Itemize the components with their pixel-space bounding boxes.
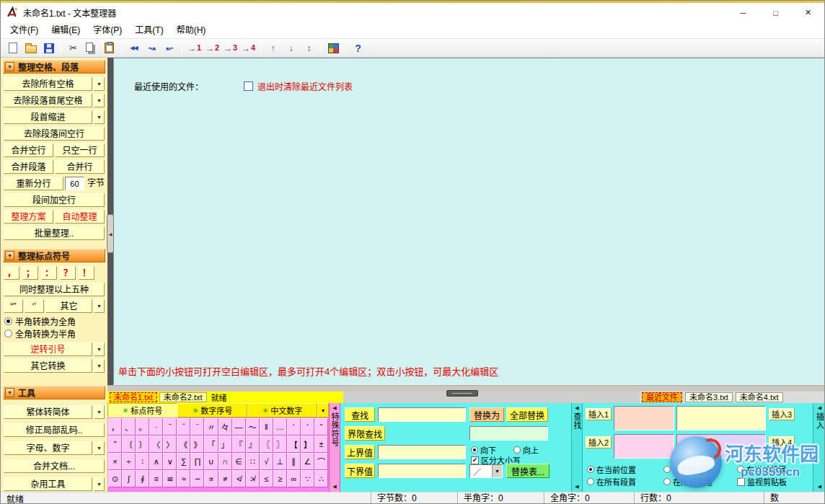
paste-button[interactable] xyxy=(100,40,118,56)
insert-at-current-paragraph-start-radio[interactable] xyxy=(663,466,671,473)
symbol-button[interactable]: ∩ xyxy=(219,453,232,470)
symbol-button[interactable]: ” xyxy=(108,436,122,453)
symbol-button[interactable]: 々 xyxy=(219,418,232,436)
symbol-button[interactable]: ¨ xyxy=(190,418,204,436)
symbol-button[interactable]: 〕 xyxy=(136,436,149,453)
insert-at-current-paragraph-end-option[interactable]: 在当前段尾 xyxy=(737,464,786,475)
symbol-button[interactable]: 》 xyxy=(190,436,204,453)
replace-button[interactable]: 替换为 xyxy=(469,407,504,422)
symbol-button[interactable]: 。 xyxy=(136,418,149,436)
symbol-button[interactable]: ∠ xyxy=(301,453,314,470)
symbol-button[interactable]: ∽ xyxy=(190,470,204,487)
upper-bound-button[interactable]: 上界值 xyxy=(345,445,375,459)
rewrap-button[interactable]: ↝ xyxy=(143,40,161,56)
watch-clipboard-checkbox[interactable] xyxy=(737,478,745,486)
letters-numbers-button[interactable]: 字母、数字 xyxy=(4,441,92,455)
format-scheme-button[interactable]: 整理方案 xyxy=(4,210,53,224)
symbol-button[interactable]: 〗 xyxy=(273,436,287,453)
symbol-button[interactable]: ˇ xyxy=(177,418,190,436)
insert-at-all-paragraph-starts-option[interactable]: 在所有段首 xyxy=(587,476,636,487)
symbol-button[interactable]: “ xyxy=(314,418,328,436)
direction-down-radio[interactable] xyxy=(471,446,478,454)
open-file-button[interactable] xyxy=(22,40,40,56)
separator-select[interactable]: ／ xyxy=(469,464,503,478)
symbol-button[interactable]: ⌒ xyxy=(314,453,328,470)
symbol-button[interactable]: ‖ xyxy=(260,418,273,436)
symbol-button[interactable]: ∏ xyxy=(190,453,204,470)
merge-blank-lines-button[interactable]: 合并空行 xyxy=(4,143,53,157)
batch-format-button[interactable]: 批量整理.. xyxy=(4,226,105,240)
help-button[interactable]: ? xyxy=(349,40,367,56)
bytes-per-line-input[interactable] xyxy=(65,177,84,190)
insert-at-current-paragraph-start-option[interactable]: 在当前段首 xyxy=(663,464,712,475)
full-to-half-width-label[interactable]: 全角转换为半角 xyxy=(15,327,76,340)
fix-garbled-text-button[interactable]: 修正局部乱码.. xyxy=(4,423,105,437)
cut-button[interactable]: ✂ xyxy=(64,40,82,56)
symbol-button[interactable]: ± xyxy=(314,436,328,453)
symbol-button[interactable]: ∫ xyxy=(122,470,136,487)
other-conversion-button[interactable]: 其它转换 xyxy=(4,359,92,373)
tab-untitled-1[interactable]: 未命名1.txt xyxy=(110,392,157,402)
dropdown-icon[interactable] xyxy=(492,465,502,477)
other-conversion-dropdown[interactable] xyxy=(94,359,105,373)
save-button[interactable] xyxy=(40,40,58,56)
symbol-button[interactable]: ∧ xyxy=(149,453,163,470)
tab-number-ordinals[interactable]: 数字序号 xyxy=(177,403,247,417)
replace-input[interactable] xyxy=(469,426,548,441)
letters-numbers-dropdown[interactable] xyxy=(94,441,105,455)
find-input[interactable] xyxy=(378,407,466,422)
symbol-button[interactable]: ∮ xyxy=(136,470,149,487)
insert-collapse-strip[interactable]: 插入 xyxy=(813,403,825,492)
open-editor-3-button[interactable]: →3 xyxy=(221,40,239,56)
symbol-button[interactable]: ˉ xyxy=(163,418,177,436)
case-sensitive-checkbox[interactable] xyxy=(471,456,479,464)
symbol-button[interactable]: √ xyxy=(260,453,273,470)
open-editor-2-button[interactable]: →2 xyxy=(203,40,221,56)
find-collapse-strip[interactable]: 查找 xyxy=(571,403,583,492)
symbol-button[interactable]: ÷ xyxy=(122,453,136,470)
symbol-button[interactable]: ≥ xyxy=(273,470,287,487)
symbol-button[interactable]: 【 xyxy=(287,436,301,453)
swap-button[interactable]: ↕ xyxy=(300,40,318,56)
new-document-button[interactable] xyxy=(4,40,22,56)
symbol-button[interactable]: 』 xyxy=(246,436,260,453)
colon-button[interactable]: ： xyxy=(41,266,57,280)
symbol-button[interactable]: ∈ xyxy=(232,453,246,470)
add-blank-line-between-paragraphs-button[interactable]: 段间加空行 xyxy=(4,193,105,207)
open-editor-4-button[interactable]: →4 xyxy=(239,40,257,56)
insert-1-button[interactable]: 插入1 xyxy=(586,408,612,420)
remove-blank-lines-button[interactable]: 去除段落间空行 xyxy=(4,127,105,141)
sidebar-collapse-handle[interactable] xyxy=(107,214,114,253)
merge-paragraphs-button[interactable]: 合并段落 xyxy=(4,160,53,174)
symbol-button[interactable]: ≮ xyxy=(232,470,246,487)
symbol-button[interactable]: 、 xyxy=(122,418,136,436)
section-header-punctuation[interactable]: 整理标点符号 xyxy=(3,249,105,262)
reverse-quotes-button[interactable]: 逆转引号 xyxy=(4,342,92,356)
remove-all-spaces-dropdown[interactable] xyxy=(94,77,105,91)
lower-bound-input[interactable] xyxy=(378,464,466,478)
insert-at-all-paragraph-ends-option[interactable]: 在所有段尾 xyxy=(663,476,712,487)
symbol-button[interactable]: ≠ xyxy=(219,470,232,487)
move-up-button[interactable]: ↑ xyxy=(264,40,282,56)
symbol-button[interactable]: 」 xyxy=(219,436,232,453)
traditional-to-simplified-dropdown[interactable] xyxy=(94,405,105,419)
symbol-button[interactable]: ∪ xyxy=(204,453,218,470)
auto-format-button[interactable]: 自动整理 xyxy=(55,210,105,224)
keep-one-blank-line-button[interactable]: 只空一行 xyxy=(55,143,105,157)
symbol-button[interactable]: ‘ xyxy=(287,418,301,436)
window-layout-button[interactable] xyxy=(325,40,343,56)
symbol-button[interactable]: … xyxy=(273,418,287,436)
tab-punctuation-symbols[interactable]: 标点符号 xyxy=(107,403,177,417)
symbol-button[interactable]: 「 xyxy=(204,436,218,453)
menu-help[interactable]: 帮助(H) xyxy=(170,23,213,37)
menu-tools[interactable]: 工具(T) xyxy=(128,23,169,37)
tab-untitled-2[interactable]: 未命名2.txt xyxy=(159,392,207,402)
other-punctuation-dropdown[interactable] xyxy=(94,299,105,313)
insert-area-1[interactable] xyxy=(614,406,674,430)
symbol-button[interactable]: ⊙ xyxy=(108,470,122,487)
close-button[interactable]: ✕ xyxy=(792,3,824,22)
symbol-button[interactable]: ∞ xyxy=(287,470,301,487)
symbol-button[interactable]: ～ xyxy=(246,418,260,436)
maximize-button[interactable]: □ xyxy=(759,3,792,22)
full-to-half-width-radio[interactable] xyxy=(4,330,12,337)
